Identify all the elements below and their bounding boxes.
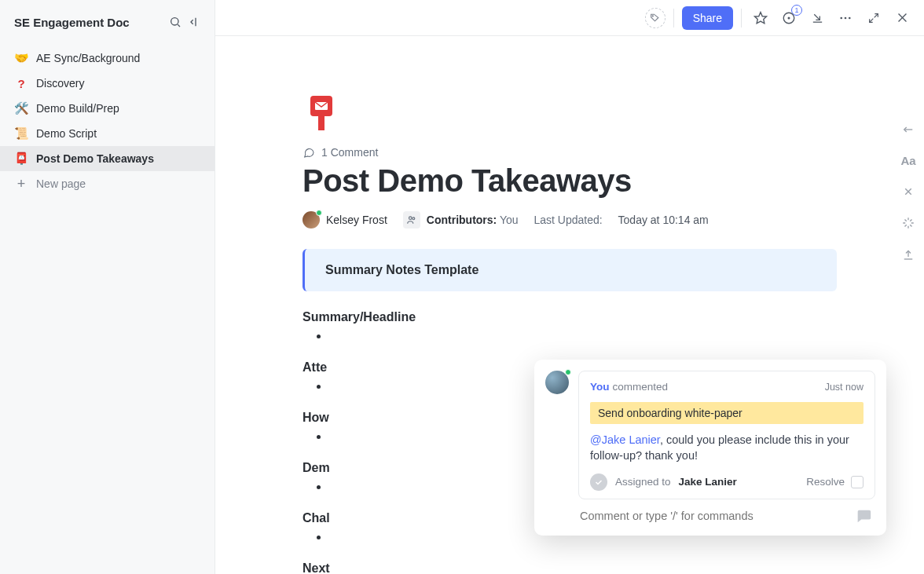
sidebar-header: SE Engagement Doc — [0, 9, 214, 42]
tag-button[interactable] — [645, 8, 666, 28]
topbar: Share 1 — [215, 0, 924, 36]
sidebar: SE Engagement Doc 🤝 AE Sync/Background ?… — [0, 0, 215, 574]
section-heading[interactable]: Summary/Headline — [302, 310, 837, 324]
star-icon[interactable] — [750, 7, 772, 29]
sidebar-item-label: Post Demo Takeaways — [36, 152, 154, 165]
svg-point-25 — [412, 218, 415, 220]
main: Share 1 — [215, 0, 924, 574]
svg-point-0 — [171, 18, 178, 25]
sidebar-item-label: New page — [36, 177, 86, 190]
author-avatar — [302, 211, 320, 229]
divider — [741, 9, 742, 27]
comment-popover: You commented Just now Send onboarding w… — [534, 360, 886, 536]
sidebar-nav: 🤝 AE Sync/Background ? Discovery 🛠️ Demo… — [0, 42, 214, 199]
sidebar-item-ae-sync[interactable]: 🤝 AE Sync/Background — [0, 46, 214, 71]
commenter-name: You — [590, 381, 610, 393]
comment-icon — [302, 146, 315, 159]
sidebar-item-demo-script[interactable]: 📜 Demo Script — [0, 121, 214, 146]
comment-input[interactable] — [580, 510, 855, 522]
svg-point-10 — [845, 16, 847, 19]
resolve-control[interactable]: Resolve — [806, 476, 864, 488]
comment-input-row — [534, 499, 886, 536]
author-name: Kelsey Frost — [326, 214, 387, 226]
sidebar-item-demo-build[interactable]: 🛠️ Demo Build/Prep — [0, 96, 214, 121]
resolve-checkbox[interactable] — [851, 476, 864, 488]
sidebar-item-label: AE Sync/Background — [36, 52, 140, 64]
svg-point-6 — [788, 16, 790, 19]
svg-line-12 — [874, 13, 878, 17]
svg-rect-23 — [318, 116, 324, 130]
assign-check-icon[interactable] — [590, 473, 607, 491]
svg-point-11 — [849, 16, 851, 19]
assignee-name: Jake Lanier — [679, 476, 737, 488]
notification-badge: 1 — [791, 5, 802, 16]
sidebar-new-page[interactable]: + New page — [0, 171, 214, 196]
more-icon[interactable] — [834, 7, 856, 29]
quoted-text: Send onboarding white-paper — [590, 402, 864, 424]
comment-body: @Jake Lanier, could you please include t… — [590, 432, 864, 464]
callout-block[interactable]: Summary Notes Template — [302, 249, 837, 291]
scroll-icon: 📜 — [14, 126, 28, 141]
sidebar-item-post-demo[interactable]: 📮 Post Demo Takeaways — [0, 146, 214, 171]
section-heading[interactable]: Next — [302, 561, 837, 574]
comment-card: You commented Just now Send onboarding w… — [578, 371, 875, 499]
svg-point-9 — [840, 16, 842, 19]
sidebar-item-label: Discovery — [36, 77, 84, 90]
sidebar-item-label: Demo Script — [36, 127, 97, 140]
online-indicator — [565, 369, 571, 375]
svg-line-13 — [870, 18, 874, 22]
commenter-avatar — [545, 371, 569, 394]
share-button[interactable]: Share — [682, 6, 733, 30]
send-icon[interactable] — [855, 507, 872, 525]
download-icon[interactable] — [806, 7, 828, 29]
comment-count[interactable]: 1 Comment — [302, 146, 837, 159]
sidebar-item-discovery[interactable]: ? Discovery — [0, 71, 214, 96]
assignment-row: Assigned to Jake Lanier Resolve — [590, 473, 864, 491]
list-item[interactable] — [329, 329, 837, 345]
expand-icon[interactable] — [863, 7, 885, 29]
collapse-sidebar-icon[interactable] — [185, 13, 204, 31]
last-updated: Last Updated: Today at 10:14 am — [534, 214, 709, 226]
page-title[interactable]: Post Demo Takeaways — [302, 163, 837, 199]
divider — [673, 9, 674, 27]
svg-line-1 — [178, 24, 180, 27]
contributors-chip[interactable]: Contributors: You — [403, 211, 519, 229]
online-indicator — [316, 210, 322, 216]
contributors-icon — [403, 211, 420, 229]
mention[interactable]: @Jake Lanier — [590, 433, 660, 446]
tools-icon: 🛠️ — [14, 101, 28, 115]
svg-marker-4 — [755, 12, 767, 23]
close-icon[interactable] — [891, 7, 913, 29]
svg-point-24 — [409, 217, 412, 220]
handshake-icon: 🤝 — [14, 51, 28, 65]
search-icon[interactable] — [166, 13, 185, 31]
meta-row: Kelsey Frost Contributors: You Last Upda… — [302, 211, 837, 229]
comment-timestamp: Just now — [825, 382, 864, 393]
postbox-icon: 📮 — [14, 152, 28, 166]
sidebar-item-label: Demo Build/Prep — [36, 102, 119, 115]
commented-label: commented — [613, 381, 669, 393]
author-chip[interactable]: Kelsey Frost — [302, 211, 387, 229]
svg-line-7 — [814, 14, 820, 20]
question-icon: ? — [14, 77, 28, 90]
workspace-title: SE Engagement Doc — [14, 16, 166, 29]
page-emoji[interactable] — [302, 91, 345, 133]
notifications-icon[interactable]: 1 — [778, 7, 800, 29]
svg-point-3 — [652, 16, 653, 16]
document-scroll[interactable]: 1 Comment Post Demo Takeaways Kelsey Fro… — [215, 36, 924, 574]
